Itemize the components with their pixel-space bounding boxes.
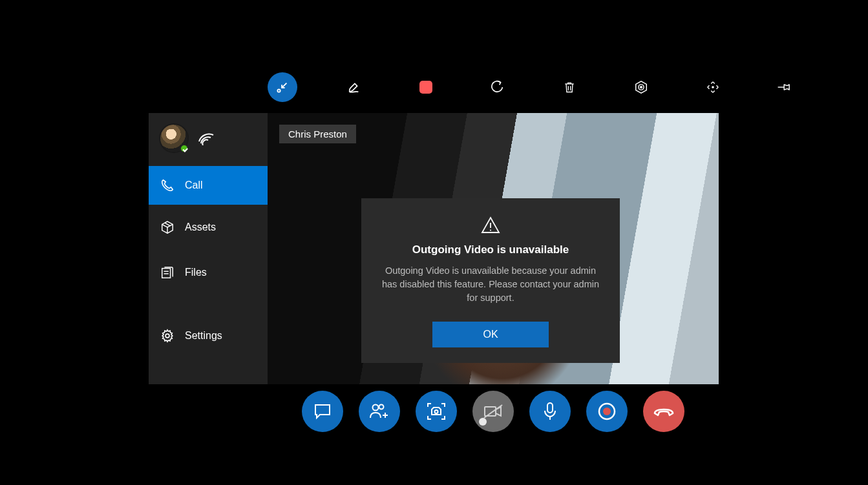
undo-button[interactable] <box>483 72 513 102</box>
modal-body: Outgoing Video is unavailable because yo… <box>381 264 600 305</box>
svg-rect-9 <box>162 269 171 278</box>
outgoing-video-modal: Outgoing Video is unavailable Outgoing V… <box>361 198 620 363</box>
record-button[interactable] <box>586 391 628 432</box>
video-area: Chris Preston Outgoing Video is unavaila… <box>268 113 719 384</box>
pin-icon <box>777 81 792 93</box>
gear-icon <box>160 329 175 343</box>
sidebar-item-files[interactable]: Files <box>149 250 268 295</box>
svg-point-15 <box>373 405 379 411</box>
sidebar-item-label: Settings <box>185 330 222 342</box>
participant-name-tag: Chris Preston <box>279 125 356 143</box>
presence-available-icon <box>180 144 189 153</box>
record-shape-button[interactable] <box>411 72 441 102</box>
call-bar <box>302 391 684 432</box>
modal-title: Outgoing Video is unavailable <box>412 243 569 256</box>
svg-line-1 <box>282 83 286 88</box>
move-button[interactable] <box>698 72 728 102</box>
status-dot-icon <box>479 418 487 426</box>
files-icon <box>160 265 175 280</box>
add-participant-icon <box>369 402 390 420</box>
ink-button[interactable] <box>339 72 369 102</box>
trash-icon <box>563 80 576 94</box>
delete-button[interactable] <box>555 72 584 102</box>
camera-capture-button[interactable] <box>626 72 656 102</box>
sidebar-item-label: Assets <box>185 222 216 233</box>
warning-icon <box>481 216 500 234</box>
sidebar-item-label: Call <box>185 180 203 191</box>
video-off-icon <box>483 404 503 419</box>
connection-icon <box>198 131 215 145</box>
screenshot-button[interactable] <box>416 391 457 432</box>
svg-point-7 <box>712 87 714 88</box>
phone-icon <box>160 178 175 192</box>
main-stage: Call Assets <box>149 113 719 384</box>
svg-point-16 <box>379 405 384 409</box>
aperture-icon <box>634 80 648 94</box>
sidebar: Call Assets <box>149 113 268 384</box>
ink-icon <box>347 80 361 94</box>
svg-point-0 <box>277 89 280 92</box>
enter-compact-button[interactable] <box>268 72 297 102</box>
hangup-icon <box>653 406 675 417</box>
top-toolbar <box>268 72 799 102</box>
svg-point-6 <box>640 87 642 88</box>
pin-button[interactable] <box>770 72 799 102</box>
sidebar-item-call[interactable]: Call <box>149 166 268 205</box>
svg-point-25 <box>603 408 611 415</box>
svg-point-14 <box>490 229 491 231</box>
hangup-button[interactable] <box>643 391 684 432</box>
chat-icon <box>313 403 332 420</box>
undo-icon <box>491 80 505 94</box>
sidebar-item-settings[interactable]: Settings <box>149 313 268 358</box>
svg-point-19 <box>435 410 438 413</box>
package-icon <box>160 220 175 234</box>
sidebar-item-label: Files <box>185 267 207 278</box>
chat-button[interactable] <box>302 391 343 432</box>
enter-compact-icon <box>275 80 290 94</box>
move-icon <box>706 80 720 94</box>
modal-ok-button[interactable]: OK <box>432 322 549 347</box>
add-participant-button[interactable] <box>359 391 400 432</box>
mic-icon <box>543 402 557 421</box>
sidebar-header <box>149 113 268 166</box>
mic-button[interactable] <box>529 391 571 432</box>
record-shape-icon <box>419 81 432 94</box>
svg-point-12 <box>165 334 169 338</box>
sidebar-nav: Call Assets <box>149 166 268 358</box>
svg-rect-22 <box>547 403 553 413</box>
user-avatar[interactable] <box>160 125 187 152</box>
video-off-button[interactable] <box>472 391 514 432</box>
camera-frame-icon <box>427 402 446 420</box>
sidebar-item-assets[interactable]: Assets <box>149 205 268 250</box>
record-icon <box>598 402 616 420</box>
